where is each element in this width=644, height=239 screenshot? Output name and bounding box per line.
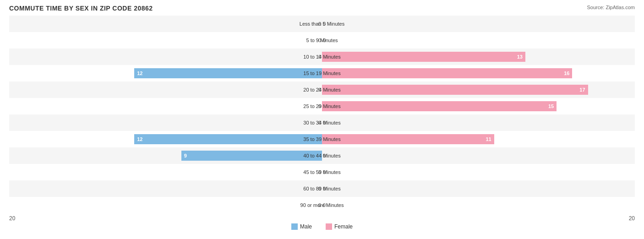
rows-area: 0Less than 5 Minutes005 to 9 Minutes0010… (9, 16, 635, 213)
legend-male: Male (291, 223, 312, 230)
bar-male-zero: 0 (318, 120, 322, 125)
bar-female-zero: 0 (322, 186, 326, 191)
table-row: 940 to 44 Minutes0 (9, 147, 635, 164)
bar-female: 15 (322, 101, 557, 111)
bar-female: 16 (322, 68, 572, 78)
left-section: 0 (9, 98, 322, 114)
bar-male: 9 (181, 151, 322, 161)
right-section: 15 (322, 98, 635, 114)
legend-female-label: Female (334, 223, 353, 230)
right-section: 11 (322, 131, 635, 147)
table-row: 020 to 24 Minutes17 (9, 81, 635, 98)
left-section: 0 (9, 197, 322, 213)
left-section: 0 (9, 81, 322, 98)
table-row: 0Less than 5 Minutes0 (9, 16, 635, 32)
bar-female-value: 17 (579, 87, 585, 92)
legend-female: Female (326, 223, 353, 230)
right-section: 0 (322, 147, 635, 164)
bar-male-zero: 0 (318, 21, 322, 27)
right-section: 16 (322, 65, 635, 81)
legend-male-box (291, 223, 298, 230)
table-row: 1235 to 39 Minutes11 (9, 131, 635, 147)
left-section: 0 (9, 180, 322, 197)
bar-female-value: 13 (517, 54, 523, 60)
bar-female-zero: 0 (322, 202, 326, 208)
right-section: 17 (322, 81, 635, 98)
left-section: 0 (9, 32, 322, 49)
axis-right-value: 20 (629, 215, 635, 222)
right-section: 13 (322, 49, 635, 65)
table-row: 05 to 9 Minutes0 (9, 32, 635, 49)
axis-left-value: 20 (9, 215, 15, 222)
bar-female-value: 11 (486, 136, 491, 142)
bar-female: 17 (322, 85, 588, 95)
bar-female-zero: 0 (322, 38, 326, 43)
legend-female-box (326, 223, 332, 230)
left-section: 9 (9, 147, 322, 164)
bar-male: 12 (134, 68, 322, 78)
right-section: 0 (322, 180, 635, 197)
bar-female: 13 (322, 52, 525, 62)
bar-female: 11 (322, 134, 494, 144)
bar-female-zero: 0 (322, 153, 326, 158)
left-section: 0 (9, 49, 322, 65)
bar-female-value: 16 (564, 71, 569, 76)
right-section: 0 (322, 16, 635, 32)
bar-female-zero: 0 (322, 169, 326, 175)
legend: Male Female (9, 223, 635, 230)
left-section: 12 (9, 65, 322, 81)
bar-male-zero: 0 (318, 186, 322, 191)
bar-male-zero: 0 (318, 87, 322, 92)
table-row: 010 to 14 Minutes13 (9, 49, 635, 65)
table-row: 045 to 59 Minutes0 (9, 164, 635, 180)
left-section: 12 (9, 131, 322, 147)
bar-male-zero: 0 (318, 103, 322, 109)
right-section: 0 (322, 114, 635, 131)
bar-male-zero: 0 (318, 169, 322, 175)
bar-male-value: 12 (137, 136, 142, 142)
source-label: Source: ZipAtlas.com (587, 5, 635, 10)
left-section: 0 (9, 114, 322, 131)
table-row: 090 or more Minutes0 (9, 197, 635, 213)
axis-bottom: 20 20 (9, 215, 635, 222)
bar-male: 12 (134, 134, 322, 144)
table-row: 030 to 34 Minutes0 (9, 114, 635, 131)
table-row: 025 to 29 Minutes15 (9, 98, 635, 114)
left-section: 0 (9, 164, 322, 180)
bar-female-zero: 0 (322, 120, 326, 125)
chart-title: COMMUTE TIME BY SEX IN ZIP CODE 20862 (9, 5, 635, 12)
bar-male-value: 12 (137, 71, 142, 76)
bar-female-value: 15 (548, 103, 554, 109)
left-section: 0 (9, 16, 322, 32)
right-section: 0 (322, 197, 635, 213)
chart-container: COMMUTE TIME BY SEX IN ZIP CODE 20862 So… (0, 0, 644, 239)
legend-male-label: Male (300, 223, 312, 230)
table-row: 1215 to 19 Minutes16 (9, 65, 635, 81)
bar-male-zero: 0 (318, 54, 322, 60)
bar-female-zero: 0 (322, 21, 326, 27)
bar-male-zero: 0 (318, 202, 322, 208)
right-section: 0 (322, 32, 635, 49)
bar-male-zero: 0 (318, 38, 322, 43)
bar-male-value: 9 (184, 153, 187, 158)
right-section: 0 (322, 164, 635, 180)
table-row: 060 to 89 Minutes0 (9, 180, 635, 197)
